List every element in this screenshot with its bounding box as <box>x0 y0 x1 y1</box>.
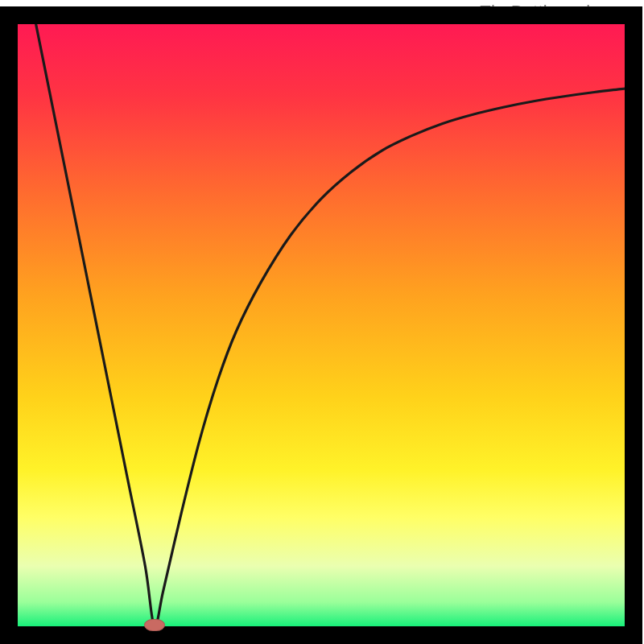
bottleneck-curve <box>0 0 644 644</box>
bottleneck-curve-path <box>36 24 625 627</box>
minimum-marker <box>144 619 165 631</box>
chart-container: TheBottleneck.com <box>0 0 644 644</box>
